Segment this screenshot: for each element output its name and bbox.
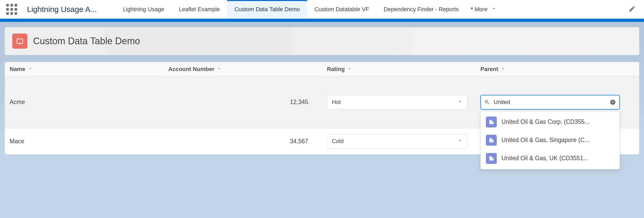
column-header-account-number[interactable]: Account Number [164,66,322,73]
app-title: Lightning Usage A... [27,5,97,14]
tab-lightning-usage[interactable]: Lightning Usage [116,0,172,18]
rating-value: Hot [332,99,341,106]
table-row: Acme 12,345 Hot [5,76,639,128]
account-icon [486,135,497,146]
parent-lookup-input[interactable] [480,95,620,110]
tab-dependency-finder-reports[interactable]: Dependency Finder - Reports [376,0,466,18]
column-label: Rating [327,66,345,73]
lookup-option[interactable]: United Oil & Gas Corp. (CD355... [481,113,620,131]
page-title: Custom Data Table Demo [33,36,140,47]
column-label: Account Number [168,66,214,73]
lookup-option[interactable]: United Oil & Gas, Singapore (C... [481,131,620,149]
cell-rating: Hot [322,95,476,110]
cell-rating: Cold [322,134,476,149]
svg-rect-3 [490,120,492,124]
column-label: Parent [480,66,498,73]
clear-icon[interactable] [610,99,616,105]
more-label: More [474,6,487,13]
svg-rect-1 [19,44,21,44]
chevron-down-icon [457,99,462,106]
tab-more[interactable]: * More [466,0,502,18]
cell-name: Acme [5,99,164,106]
page-icon [12,34,27,49]
lookup-option-label: United Oil & Gas, Singapore (C... [501,137,590,144]
parent-search-field[interactable] [494,99,606,106]
cell-name: Mace [5,138,164,145]
global-header: Lightning Usage A... Lightning Usage Lea… [0,0,644,19]
chevron-down-icon [347,66,352,73]
svg-rect-6 [492,139,494,142]
column-label: Name [10,66,25,73]
app-launcher-icon[interactable] [6,4,17,15]
chevron-down-icon [28,66,33,73]
tab-leaflet-example[interactable]: Leaflet Example [172,0,227,18]
tab-custom-datatable-vf[interactable]: Custom Datatable VF [307,0,376,18]
svg-rect-8 [492,158,494,161]
rating-select[interactable]: Cold [327,134,467,149]
svg-rect-0 [17,39,23,43]
column-header-parent[interactable]: Parent [476,66,639,73]
account-icon [486,117,497,127]
chevron-down-icon [457,138,462,145]
svg-rect-4 [492,121,494,124]
parent-lookup-dropdown: United Oil & Gas Corp. (CD355... United … [480,111,620,169]
context-tab-bar: Lightning Usage Leaflet Example Custom D… [116,0,502,18]
account-icon [486,153,497,164]
lookup-option-label: United Oil & Gas, UK (CD3551... [501,155,588,162]
lookup-option-label: United Oil & Gas Corp. (CD355... [501,118,590,125]
chevron-down-icon [491,6,497,13]
svg-rect-5 [490,138,492,142]
svg-rect-7 [490,156,492,161]
chevron-down-icon [501,66,505,73]
edit-pencil-icon[interactable] [628,5,636,14]
search-icon [484,99,490,105]
tab-custom-data-table-demo[interactable]: Custom Data Table Demo [227,0,307,18]
lookup-option[interactable]: United Oil & Gas, UK (CD3551... [481,149,620,168]
column-header-name[interactable]: Name [5,66,164,73]
cell-account-number: 12,345 [164,99,322,106]
cell-account-number: 34,567 [164,138,322,145]
chevron-down-icon [217,66,222,73]
table-header-row: Name Account Number Rating Parent [5,62,639,76]
rating-select[interactable]: Hot [327,95,467,110]
rating-value: Cold [332,138,344,145]
asterisk-icon: * [471,6,473,13]
cell-parent: United Oil & Gas Corp. (CD355... United … [476,95,639,110]
page-header: Custom Data Table Demo [5,27,639,55]
data-table: Name Account Number Rating Parent Acme 1… [5,62,639,155]
page-body: Custom Data Table Demo Name Account Numb… [0,22,644,218]
column-header-rating[interactable]: Rating [322,66,476,73]
brand-band: Custom Data Table Demo Name Account Numb… [0,19,644,218]
